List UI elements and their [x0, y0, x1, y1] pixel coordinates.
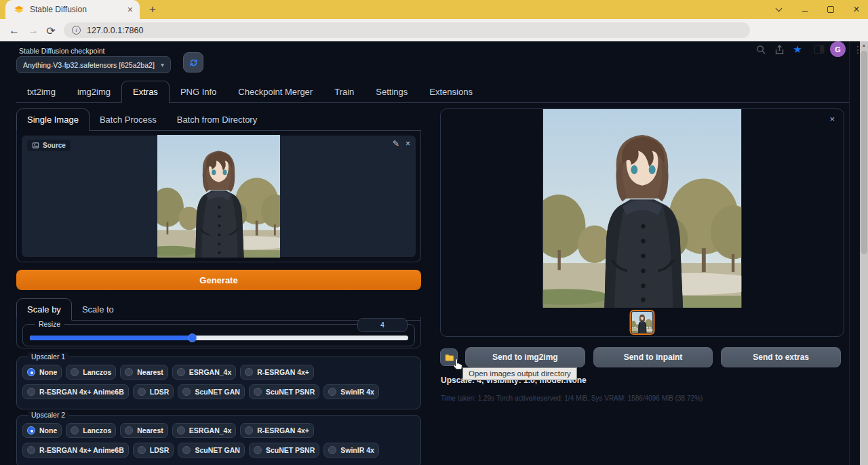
resize-slider-block: Resize 4	[22, 324, 415, 346]
tab-search-chevron-icon[interactable]	[768, 0, 789, 19]
tab-title: Stable Diffusion	[30, 5, 121, 14]
back-button[interactable]: ←	[5, 22, 23, 39]
radio-icon	[27, 388, 35, 396]
upscaler2-option-none[interactable]: None	[22, 423, 62, 438]
page-scrollbar[interactable]: ▲	[860, 41, 868, 465]
profile-avatar[interactable]: G	[830, 41, 846, 57]
single-image-panel: Source ✎ ×	[16, 131, 421, 262]
upscaler1-option-r-esrgan-4x-anime6b[interactable]: R-ESRGAN 4x+ Anime6B	[22, 384, 129, 399]
sub-tab-batch-process[interactable]: Batch Process	[90, 109, 167, 130]
image-toolbar: ✎ ×	[393, 139, 410, 148]
main-tab-png-info[interactable]: PNG Info	[170, 81, 227, 102]
radio-icon	[27, 426, 35, 434]
upscaler2-option-ldsr[interactable]: LDSR	[133, 443, 174, 458]
upscaler2-option-scunet-gan[interactable]: ScuNET GAN	[178, 443, 245, 458]
url-text[interactable]: 127.0.0.1:7860	[87, 26, 143, 35]
radio-icon	[177, 368, 185, 376]
radio-icon	[138, 446, 146, 454]
side-panel-icon[interactable]	[812, 42, 827, 57]
checkpoint-value: Anything-V3-fp32.safetensors [625a2ba2]	[23, 61, 157, 69]
upscaler1-label: Upscaler 1	[28, 352, 68, 361]
upscaler1-block: Upscaler 1 None Lanczos Nearest ESRGAN_4…	[16, 357, 421, 409]
main-tab-settings[interactable]: Settings	[365, 81, 418, 102]
window-maximize-button[interactable]	[821, 0, 841, 19]
upscaler2-option-r-esrgan-4x[interactable]: R-ESRGAN 4x+	[240, 423, 314, 438]
upscaler1-option-scunet-psnr[interactable]: ScuNET PSNR	[249, 384, 319, 399]
send-button-row: Send to img2imgSend to inpaintSend to ex…	[465, 347, 841, 367]
checkpoint-dropdown[interactable]: Anything-V3-fp32.safetensors [625a2ba2] …	[16, 56, 171, 73]
window-close-button[interactable]: ×	[846, 0, 867, 19]
gallery-thumbnail[interactable]	[630, 310, 655, 335]
window-minimize-button[interactable]: –	[795, 0, 815, 19]
radio-icon	[27, 368, 35, 376]
main-tab-txt2img[interactable]: txt2img	[16, 81, 66, 102]
screen: Stable Diffusion × + – × ← → ⟳ i 127.0.0…	[0, 0, 868, 465]
upscaler1-option-ldsr[interactable]: LDSR	[133, 384, 174, 399]
send-button-send-to-img2img[interactable]: Send to img2img	[465, 347, 585, 367]
radio-icon	[177, 426, 185, 434]
checkpoint-label: Stable Diffusion checkpoint	[19, 47, 104, 55]
resize-slider[interactable]	[30, 336, 408, 340]
browser-tabstrip: Stable Diffusion × + – ×	[0, 0, 868, 19]
browser-toolbar: ← → ⟳ i 127.0.0.1:7860 ★ G ⋮	[0, 19, 868, 41]
radio-icon	[328, 446, 336, 454]
upscaler1-option-swinir-4x[interactable]: SwinIR 4x	[323, 384, 379, 399]
upscaler2-option-lanczos[interactable]: Lanczos	[66, 423, 116, 438]
upscaler2-option-scunet-psnr[interactable]: ScuNET PSNR	[249, 443, 319, 458]
upscaler1-option-r-esrgan-4x[interactable]: R-ESRGAN 4x+	[240, 365, 314, 380]
resize-value-input[interactable]: 4	[357, 318, 408, 332]
browser-tab[interactable]: Stable Diffusion ×	[5, 0, 140, 19]
send-button-send-to-extras[interactable]: Send to extras	[721, 347, 841, 367]
radio-icon	[182, 446, 191, 454]
radio-icon	[125, 368, 133, 376]
resize-label: Resize	[35, 320, 64, 328]
source-image-dropzone[interactable]: Source ✎ ×	[22, 136, 416, 257]
source-image[interactable]	[157, 135, 280, 258]
main-tab-checkpoint-merger[interactable]: Checkpoint Merger	[227, 81, 323, 102]
picture-icon	[32, 142, 39, 149]
bookmark-star-icon[interactable]: ★	[790, 42, 805, 57]
generate-button[interactable]: Generate	[16, 270, 421, 290]
extras-sub-tab-bar: Single ImageBatch ProcessBatch from Dire…	[16, 108, 421, 131]
radio-icon	[245, 368, 253, 376]
upscaler2-option-esrgan-4x[interactable]: ESRGAN_4x	[172, 423, 236, 438]
upscaler2-label: Upscaler 2	[28, 411, 68, 419]
new-tab-button[interactable]: +	[145, 3, 160, 18]
main-tab-img2img[interactable]: img2img	[66, 81, 121, 102]
reload-button[interactable]: ⟳	[42, 22, 60, 39]
main-tab-train[interactable]: Train	[323, 81, 365, 102]
upscaler1-option-lanczos[interactable]: Lanczos	[66, 365, 116, 380]
upscaler2-option-nearest[interactable]: Nearest	[120, 423, 168, 438]
radio-icon	[138, 388, 146, 396]
zoom-icon[interactable]	[753, 42, 768, 57]
clear-image-icon[interactable]: ×	[406, 139, 410, 148]
edit-image-icon[interactable]: ✎	[393, 139, 399, 148]
upscaler1-option-nearest[interactable]: Nearest	[120, 365, 168, 380]
sub-tab-batch-from-directory[interactable]: Batch from Directory	[167, 109, 267, 130]
performance-info-text: Time taken: 1.29s Torch active/reserved:…	[441, 395, 703, 402]
upscaler2-block: Upscaler 2 None Lanczos Nearest ESRGAN_4…	[16, 415, 421, 465]
address-bar[interactable]: i 127.0.0.1:7860	[64, 22, 750, 38]
upscaler1-option-none[interactable]: None	[22, 365, 62, 380]
main-tab-extensions[interactable]: Extensions	[418, 81, 484, 102]
scrollbar-thumb[interactable]	[861, 51, 867, 254]
main-tab-extras[interactable]: Extras	[121, 81, 170, 103]
mouse-cursor-icon	[452, 358, 463, 373]
refresh-checkpoint-button[interactable]	[183, 52, 203, 73]
tab-close-icon[interactable]: ×	[126, 4, 134, 15]
upscaler1-option-scunet-gan[interactable]: ScuNET GAN	[178, 384, 245, 399]
upscaler2-option-swinir-4x[interactable]: SwinIR 4x	[323, 443, 379, 458]
scroll-up-icon[interactable]: ▲	[860, 43, 868, 47]
site-info-icon[interactable]: i	[72, 26, 81, 35]
sub-tab-single-image[interactable]: Single Image	[16, 108, 90, 131]
upscaler1-option-esrgan-4x[interactable]: ESRGAN_4x	[172, 365, 236, 380]
upscaler2-options: None Lanczos Nearest ESRGAN_4x R-ESRGAN …	[22, 423, 415, 458]
forward-button[interactable]: →	[24, 22, 42, 39]
upscaler2-option-r-esrgan-4x-anime6b[interactable]: R-ESRGAN 4x+ Anime6B	[22, 443, 129, 458]
send-button-send-to-inpaint[interactable]: Send to inpaint	[593, 347, 713, 367]
gallery-close-icon[interactable]: ×	[829, 114, 835, 124]
result-image[interactable]	[543, 109, 742, 308]
extras-left-panel: Single ImageBatch ProcessBatch from Dire…	[16, 108, 421, 262]
share-icon[interactable]	[772, 42, 787, 57]
resize-slider-thumb[interactable]	[188, 333, 197, 342]
